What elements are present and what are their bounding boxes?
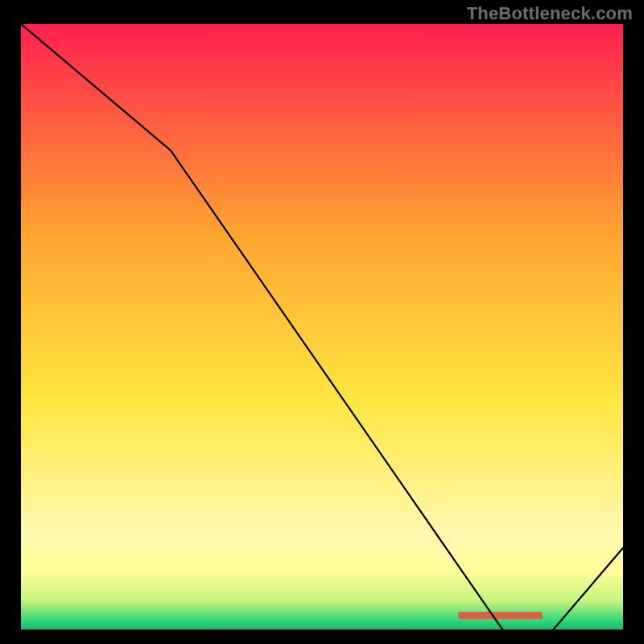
bottleneck-chart bbox=[19, 23, 625, 631]
svg-rect-0 bbox=[458, 612, 543, 619]
watermark-label: TheBottleneck.com bbox=[467, 3, 633, 24]
chart-frame: TheBottleneck.com bbox=[0, 0, 644, 644]
plot-background bbox=[19, 23, 625, 631]
bottom-annotation bbox=[458, 612, 543, 619]
